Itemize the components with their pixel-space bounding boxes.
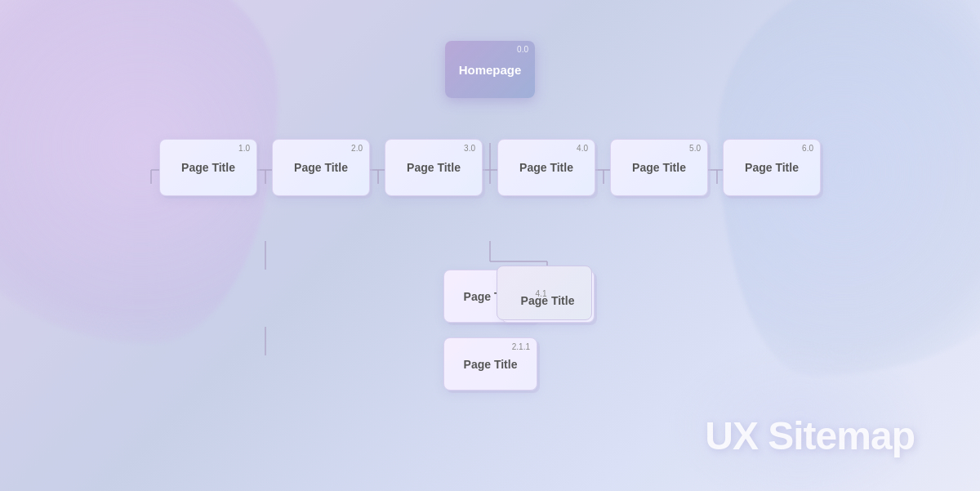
node-4-0[interactable]: 4.0 Page Title [497, 139, 595, 196]
node-2-1-1[interactable]: 2.1.1 Page Title [443, 337, 537, 391]
node-4-0-label: Page Title [519, 161, 573, 174]
node-1-0[interactable]: 1.0 Page Title [159, 139, 257, 196]
node-5-0[interactable]: 5.0 Page Title [610, 139, 708, 196]
node-2-0-label: Page Title [294, 161, 348, 174]
node-5-0-label: Page Title [632, 161, 686, 174]
node-homepage[interactable]: 0.0 Homepage [445, 41, 535, 98]
node-6-0[interactable]: 6.0 Page Title [723, 139, 821, 196]
level-0: 0.0 Homepage [445, 41, 535, 98]
node-2-0[interactable]: 2.0 Page Title [272, 139, 370, 196]
node-6-0-id: 6.0 [802, 144, 813, 153]
level-2-under-4: 4.1 Page Title [501, 270, 595, 323]
node-2-1-1-id: 2.1.1 [512, 342, 530, 351]
node-3-0[interactable]: 3.0 Page Title [385, 139, 483, 196]
node-3-0-label: Page Title [407, 161, 461, 174]
node-3-0-id: 3.0 [464, 144, 475, 153]
watermark-text: UX Sitemap [705, 413, 915, 458]
node-6-0-label: Page Title [745, 161, 799, 174]
node-2-0-id: 2.0 [351, 144, 363, 153]
node-2-1-1-label: Page Title [464, 358, 518, 371]
node-4-1[interactable]: 4.1 Page Title [501, 270, 595, 323]
node-1-0-id: 1.0 [238, 144, 250, 153]
node-4-0-id: 4.0 [577, 144, 588, 153]
node-homepage-label: Homepage [459, 63, 522, 77]
node-5-0-id: 5.0 [689, 144, 701, 153]
node-homepage-id: 0.0 [517, 45, 528, 54]
node-1-0-label: Page Title [181, 161, 235, 174]
node-4-1-label: Page Title [521, 294, 575, 307]
level-1: 1.0 Page Title 2.0 Page Title 3.0 Page T… [159, 139, 821, 196]
